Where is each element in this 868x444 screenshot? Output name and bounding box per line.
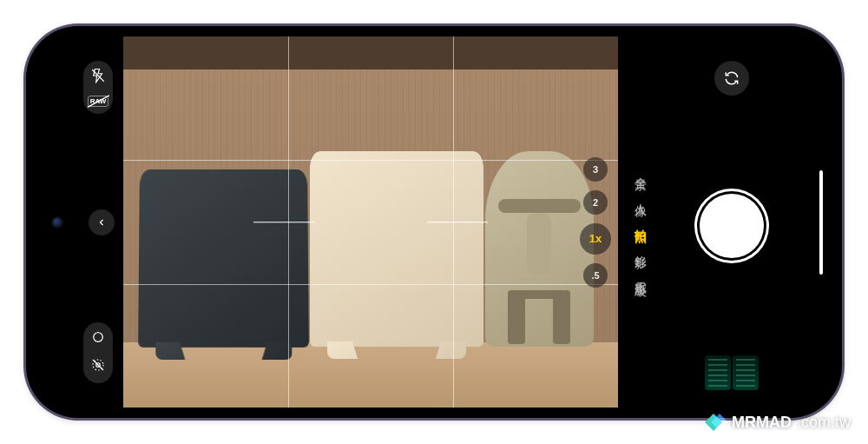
viewfinder[interactable]: 3 2 1x .5 bbox=[123, 36, 618, 408]
grid-line-horizontal-2 bbox=[123, 284, 618, 285]
switch-camera-icon bbox=[723, 70, 740, 87]
grid-line-horizontal-1 bbox=[123, 160, 618, 161]
iphone-hardware-frame: RAW bbox=[26, 26, 842, 418]
scene-shelf-bottom bbox=[123, 342, 618, 408]
shutter-button[interactable] bbox=[700, 194, 764, 258]
mode-portrait[interactable]: 人像 bbox=[633, 194, 648, 197]
last-capture-thumbnail[interactable] bbox=[705, 355, 759, 390]
switch-camera-button[interactable] bbox=[714, 61, 749, 96]
live-photo-off-icon[interactable] bbox=[90, 357, 106, 376]
left-pill-group-bottom bbox=[83, 322, 113, 383]
left-pill-group-top: RAW bbox=[83, 61, 113, 114]
left-controls: RAW bbox=[36, 36, 120, 408]
night-mode-icon[interactable] bbox=[90, 329, 106, 348]
watermark-suffix: .com.tw bbox=[797, 414, 851, 432]
mode-cinematic[interactable]: 電影級 bbox=[633, 272, 648, 277]
level-indicator-left bbox=[253, 222, 314, 223]
zoom-3x[interactable]: 3 bbox=[583, 157, 608, 182]
camera-app-screen: RAW bbox=[36, 36, 832, 408]
home-indicator[interactable] bbox=[819, 170, 823, 275]
right-controls bbox=[667, 36, 832, 408]
capture-mode-rail[interactable]: 全景 人像 拍照 錄影 電影級 bbox=[623, 36, 658, 408]
watermark: MRMAD.com.tw bbox=[707, 413, 851, 432]
watermark-brand: MRMAD bbox=[732, 414, 792, 432]
scene-object-cream-vase bbox=[310, 151, 483, 347]
open-controls-chevron[interactable] bbox=[89, 209, 115, 235]
thumbnail-1 bbox=[705, 355, 731, 390]
mode-pano[interactable]: 全景 bbox=[633, 168, 648, 171]
zoom-selector: 3 2 1x .5 bbox=[580, 157, 611, 288]
raw-toggle[interactable]: RAW bbox=[88, 96, 109, 107]
scene-shelf-top bbox=[123, 36, 618, 70]
zoom-05x[interactable]: .5 bbox=[583, 263, 608, 288]
mode-photo[interactable]: 拍照 bbox=[633, 220, 648, 223]
svg-point-2 bbox=[94, 333, 103, 342]
mode-video[interactable]: 錄影 bbox=[633, 246, 648, 249]
scene-object-moai-statue bbox=[485, 151, 594, 347]
zoom-2x[interactable]: 2 bbox=[583, 190, 608, 215]
scene-object-dark-vase bbox=[138, 169, 309, 348]
watermark-logo-icon bbox=[707, 413, 727, 432]
svg-line-1 bbox=[88, 96, 109, 107]
thumbnail-2 bbox=[733, 355, 759, 390]
svg-line-5 bbox=[93, 360, 103, 370]
flash-off-icon[interactable] bbox=[90, 68, 106, 87]
zoom-1x[interactable]: 1x bbox=[580, 223, 611, 255]
level-indicator-right bbox=[427, 222, 488, 223]
